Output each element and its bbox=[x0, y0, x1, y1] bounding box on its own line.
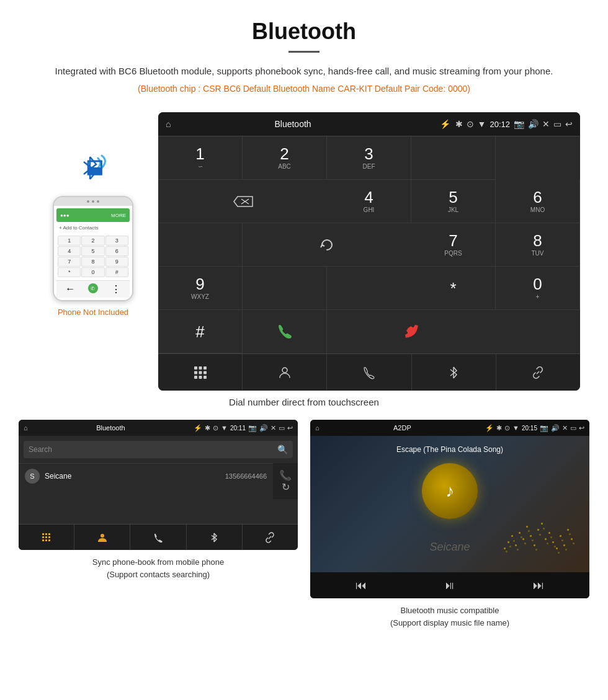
music-home-icon[interactable]: ⌂ bbox=[315, 424, 320, 432]
nav-calls-button[interactable] bbox=[327, 354, 411, 391]
phone-key-star[interactable]: * bbox=[58, 267, 81, 277]
svg-rect-21 bbox=[42, 539, 44, 541]
svg-point-24 bbox=[101, 534, 104, 538]
svg-rect-46 bbox=[509, 546, 511, 547]
svg-rect-30 bbox=[519, 532, 521, 534]
phone-call-button[interactable]: ✆ bbox=[88, 283, 98, 293]
svg-rect-31 bbox=[522, 538, 524, 540]
pb-wifi-icon: ▼ bbox=[221, 424, 228, 432]
dial-key-hash[interactable]: # bbox=[158, 310, 243, 353]
svg-rect-45 bbox=[506, 551, 507, 552]
search-placeholder: Search bbox=[29, 445, 274, 454]
dial-key-9-num: 9 bbox=[195, 276, 204, 292]
music-screen-title: A2DP bbox=[322, 424, 483, 432]
phone-key-7[interactable]: 7 bbox=[58, 257, 81, 267]
phone-aside: ⬓ ●●● MORE + Add to Contacts bbox=[28, 112, 158, 317]
dial-key-7-num: 7 bbox=[449, 233, 457, 249]
phone-not-included-label: Phone Not Included bbox=[58, 308, 128, 317]
hangup-button[interactable] bbox=[327, 310, 496, 353]
pb-home-icon[interactable]: ⌂ bbox=[24, 424, 28, 432]
dial-key-empty-4 bbox=[327, 267, 411, 310]
status-right-icons: ✱ ⊙ ▼ 20:12 📷 🔊 ✕ ▭ ↩ bbox=[455, 119, 573, 129]
nav-contacts-button[interactable] bbox=[243, 354, 327, 391]
phone-green-bar: ●●● MORE bbox=[56, 208, 130, 222]
status-time: 20:12 bbox=[490, 120, 510, 129]
dial-key-9[interactable]: 9 WXYZ bbox=[158, 267, 243, 310]
dial-key-1[interactable]: 1 ∽ bbox=[158, 136, 243, 180]
pb-contacts-icon bbox=[97, 532, 108, 543]
dial-key-8[interactable]: 8 TUV bbox=[496, 223, 580, 267]
pb-nav-bluetooth[interactable] bbox=[187, 525, 243, 550]
phone-key-4[interactable]: 4 bbox=[58, 246, 81, 256]
main-content-area: ⬓ ●●● MORE + Add to Contacts bbox=[0, 112, 608, 391]
pb-bottom-nav bbox=[19, 524, 298, 550]
nav-bluetooth-button[interactable] bbox=[412, 354, 496, 391]
pb-nav-phone[interactable] bbox=[130, 525, 186, 550]
svg-rect-38 bbox=[548, 532, 550, 534]
dial-key-3[interactable]: 3 DEF bbox=[327, 136, 411, 180]
phone-key-5[interactable]: 5 bbox=[81, 246, 104, 256]
music-back-icon[interactable]: ↩ bbox=[579, 424, 584, 432]
phone-dialpad: 1 2 3 4 5 6 7 8 9 * 0 # bbox=[56, 234, 130, 278]
camera-icon: 📷 bbox=[514, 119, 524, 129]
phone-key-2[interactable]: 2 bbox=[81, 236, 104, 246]
call-icon bbox=[275, 322, 295, 342]
phone-bar-text: ●●● bbox=[60, 213, 69, 218]
music-statusbar: ⌂ A2DP ⚡ ✱ ⊙ ▼ 20:15 📷 🔊 ✕ ▭ ↩ bbox=[310, 420, 589, 436]
dial-key-7[interactable]: 7 PQRS bbox=[411, 223, 496, 267]
svg-rect-12 bbox=[203, 376, 207, 379]
music-close-icon[interactable]: ✕ bbox=[562, 424, 568, 432]
svg-rect-49 bbox=[521, 536, 522, 538]
music-track-name: Escape (The Pina Colada Song) bbox=[396, 445, 503, 454]
play-pause-button[interactable]: ⏯ bbox=[444, 579, 455, 592]
page-title: Bluetooth bbox=[37, 19, 571, 45]
next-track-button[interactable]: ⏭ bbox=[533, 579, 544, 592]
large-screen-title: Bluetooth bbox=[158, 119, 435, 129]
svg-rect-4 bbox=[194, 366, 197, 370]
dial-key-empty-3 bbox=[243, 267, 327, 310]
dial-key-2[interactable]: 2 ABC bbox=[243, 136, 327, 180]
pb-back-icon[interactable]: ↩ bbox=[287, 424, 293, 432]
close-icon[interactable]: ✕ bbox=[542, 119, 550, 129]
dial-key-4[interactable]: 4 GHI bbox=[327, 180, 411, 223]
pb-nav-link[interactable] bbox=[243, 525, 298, 550]
pb-call-side-icon[interactable]: 📞 bbox=[279, 469, 292, 481]
prev-track-button[interactable]: ⏮ bbox=[355, 579, 367, 592]
call-button[interactable] bbox=[243, 310, 327, 353]
search-bar[interactable]: Search 🔍 bbox=[24, 441, 293, 458]
svg-rect-27 bbox=[507, 541, 509, 543]
phone-key-9[interactable]: 9 bbox=[105, 257, 128, 267]
phone-key-0[interactable]: 0 bbox=[81, 267, 104, 277]
dial-key-refresh[interactable] bbox=[243, 223, 411, 267]
pb-loc-icon: ⊙ bbox=[213, 424, 218, 432]
music-loc-icon: ⊙ bbox=[504, 424, 510, 432]
dial-key-0[interactable]: 0 + bbox=[496, 267, 580, 310]
dial-key-2-num: 2 bbox=[280, 146, 288, 162]
dial-key-backspace[interactable] bbox=[158, 180, 327, 223]
phone-key-8[interactable]: 8 bbox=[81, 257, 104, 267]
nav-link-button[interactable] bbox=[496, 354, 580, 391]
pb-nav-contacts[interactable] bbox=[74, 525, 130, 550]
pb-close-icon[interactable]: ✕ bbox=[270, 424, 276, 432]
svg-rect-56 bbox=[547, 543, 548, 544]
dial-key-6-letters: MNO bbox=[530, 206, 545, 213]
dial-key-7-letters: PQRS bbox=[444, 250, 462, 257]
pb-cam-icon: 📷 bbox=[248, 424, 257, 432]
svg-rect-55 bbox=[543, 528, 545, 529]
dial-key-5[interactable]: 5 JKL bbox=[411, 180, 496, 223]
phone-key-1[interactable]: 1 bbox=[58, 236, 81, 246]
large-screen-bottom-nav bbox=[158, 353, 580, 391]
dial-key-star[interactable]: * bbox=[411, 267, 496, 310]
contact-entry[interactable]: S Seicane 13566664466 bbox=[19, 463, 273, 489]
back-icon[interactable]: ↩ bbox=[565, 119, 573, 129]
phone-key-hash[interactable]: # bbox=[105, 267, 128, 277]
search-icon[interactable]: 🔍 bbox=[277, 445, 288, 454]
nav-dialpad-button[interactable] bbox=[158, 354, 243, 391]
dial-key-6[interactable]: 6 MNO bbox=[496, 180, 580, 223]
pb-nav-dialpad[interactable] bbox=[19, 525, 74, 550]
pb-phone-icon bbox=[153, 532, 164, 543]
phone-key-3[interactable]: 3 bbox=[105, 236, 128, 246]
dial-key-1-letters: ∽ bbox=[198, 163, 203, 170]
pb-refresh-side-icon[interactable]: ↻ bbox=[282, 481, 290, 493]
phone-key-6[interactable]: 6 bbox=[105, 246, 128, 256]
